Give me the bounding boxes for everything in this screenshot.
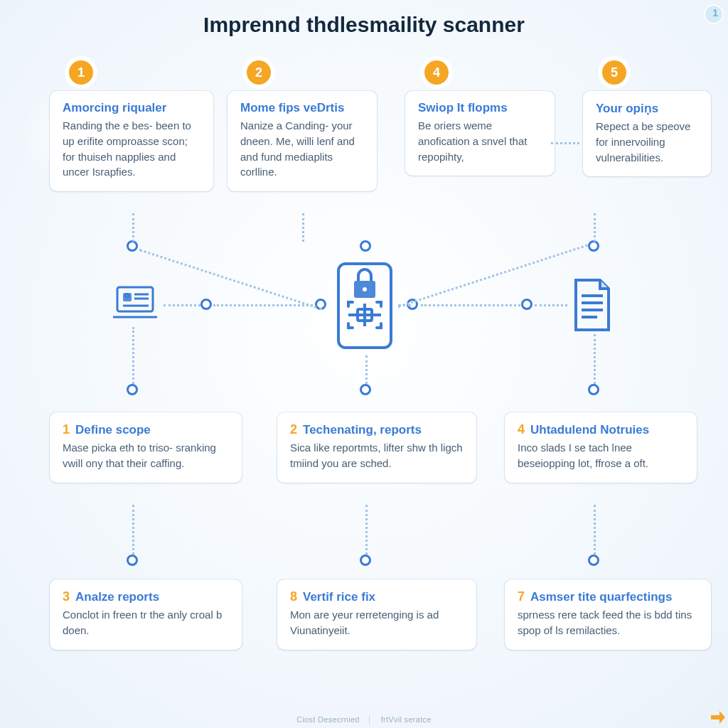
- step-badge-2: 2: [247, 60, 271, 85]
- bottom-card-2-num: 8: [290, 589, 297, 604]
- top-card-4: Your opiṇs Repect a be speove for innerv…: [583, 91, 711, 176]
- document-icon: [569, 277, 616, 336]
- top-card-3-heading: Swiop It flopms: [418, 101, 542, 115]
- top-card-1-heading: Amorcing riqualer: [63, 101, 200, 115]
- bottom-card-2-heading: 8 Vertif rice fix: [290, 589, 464, 604]
- connector-dot: [127, 384, 138, 395]
- connector-line: [421, 304, 520, 306]
- bottom-card-1: 3 Analze reports Conclot in freen tr the…: [50, 579, 242, 650]
- connector-dot: [360, 240, 371, 252]
- bottom-card-3-title: Asmser tite quarfectings: [530, 590, 672, 604]
- top-card-4-body: Repect a be speove for innervoiling vuln…: [596, 119, 698, 165]
- top-card-3-body: Be oriers weme anofication a snvel that …: [418, 118, 542, 164]
- bottom-card-3-heading: 7 Asmser tite quarfectings: [518, 589, 698, 604]
- top-card-1: Amorcing riqualer Randing the e bes- bee…: [50, 91, 213, 191]
- connector-dot: [588, 384, 599, 395]
- bottom-card-1-body: Conclot in freen tr the anly croal b doe…: [63, 607, 229, 638]
- connector-line: [302, 213, 304, 242]
- mid-card-1-heading: 1 Define scope: [63, 422, 229, 437]
- mid-card-2-num: 2: [290, 422, 297, 437]
- connector-line: [551, 142, 579, 144]
- connector-line: [594, 334, 596, 384]
- connector-line: [213, 304, 313, 306]
- mid-card-2-heading: 2 Techenating, reports: [290, 422, 464, 437]
- connector-line: [139, 249, 323, 310]
- connector-line: [398, 245, 588, 308]
- bottom-card-2-title: Vertif rice fix: [303, 590, 375, 604]
- connector-dot: [127, 240, 138, 252]
- footer-left: Ciost Desecrnied: [296, 715, 360, 724]
- bottom-card-1-num: 3: [63, 589, 70, 604]
- laptop-icon: [110, 284, 160, 327]
- mid-card-3-heading: 4 Uhtadulend Notruies: [518, 422, 684, 437]
- mid-card-2-body: Sica like reportmts, lifter shw th ligch…: [290, 440, 464, 471]
- footer-right: frtVvil seratce: [381, 715, 432, 724]
- lock-scanner-icon: [333, 259, 397, 355]
- bottom-card-2-body: Mon are yeur rerretenging is ad Viunatin…: [290, 607, 464, 638]
- top-card-2-heading: Mome fips veDrtis: [240, 101, 364, 115]
- mid-card-2-title: Techenating, reports: [303, 423, 422, 437]
- connector-dot: [588, 240, 599, 252]
- svg-point-9: [363, 287, 367, 291]
- step-badge-4: 4: [424, 60, 449, 85]
- connector-line: [365, 355, 368, 384]
- top-card-1-body: Randing the e bes- been to up erifite om…: [63, 118, 200, 180]
- mid-card-3-num: 4: [518, 422, 525, 437]
- page-title: Imprennd thdlesmaility scanner: [0, 13, 728, 37]
- footer-separator: │: [368, 715, 373, 724]
- bottom-card-1-heading: 3 Analze reports: [63, 589, 229, 604]
- mid-card-3: 4 Uhtadulend Notruies Inco slads I se ta…: [505, 412, 697, 483]
- top-card-2: Mome fips veDrtis Nanize a Canding- your…: [228, 91, 377, 191]
- mid-card-3-title: Uhtadulend Notruies: [530, 423, 649, 437]
- mid-card-3-body: Inco slads I se tach lnee beseiopping lo…: [518, 440, 684, 471]
- connector-dot: [588, 555, 599, 566]
- connector-line: [365, 505, 368, 555]
- bottom-card-3-num: 7: [518, 589, 525, 604]
- mid-card-1-body: Mase picka eth to triso- sranking vwill …: [63, 440, 229, 471]
- connector-dot: [360, 555, 371, 566]
- connector-dot: [360, 384, 371, 395]
- connector-dot: [521, 299, 532, 310]
- bottom-card-3-body: sprness rere tack feed the is bdd tins s…: [518, 607, 698, 638]
- connector-dot: [200, 299, 212, 310]
- mid-card-1: 1 Define scope Mase picka eth to triso- …: [50, 412, 242, 483]
- step-badge-5: 5: [602, 60, 626, 85]
- connector-line: [594, 213, 596, 242]
- top-card-2-body: Nanize a Canding- your dneen. Me, willi …: [240, 118, 364, 180]
- connector-line: [594, 505, 596, 555]
- connector-line: [535, 304, 567, 306]
- connector-line: [164, 304, 200, 306]
- step-badge-1: 1: [69, 60, 93, 85]
- connector-line: [132, 327, 134, 384]
- connector-line: [132, 213, 134, 242]
- svg-point-3: [126, 294, 129, 297]
- mid-card-2: 2 Techenating, reports Sica like reportm…: [277, 412, 476, 483]
- mid-card-1-num: 1: [63, 422, 70, 437]
- corner-badge-number: 1: [712, 7, 718, 18]
- bottom-card-2: 8 Vertif rice fix Mon are yeur rerreteng…: [277, 579, 476, 650]
- mid-card-1-title: Define scope: [75, 423, 151, 437]
- connector-line: [132, 505, 134, 555]
- top-card-3: Swiop It flopms Be oriers weme anoficati…: [405, 91, 555, 176]
- bottom-card-1-title: Analze reports: [75, 590, 159, 604]
- connector-dot: [127, 555, 138, 566]
- top-card-4-heading: Your opiṇs: [596, 101, 698, 116]
- footer: Ciost Desecrnied │ frtVvil seratce: [0, 715, 728, 724]
- bottom-card-3: 7 Asmser tite quarfectings sprness rere …: [505, 579, 711, 650]
